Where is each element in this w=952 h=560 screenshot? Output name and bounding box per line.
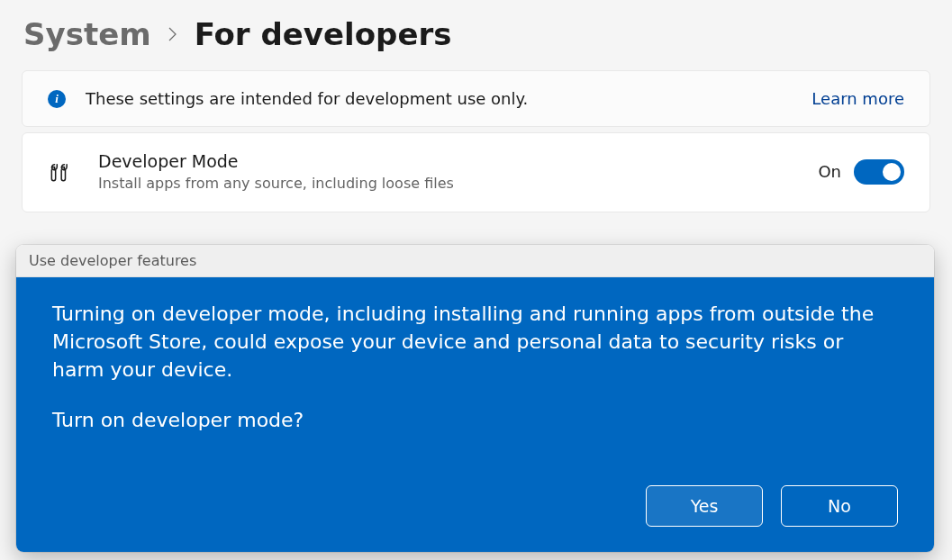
info-banner: i These settings are intended for develo… xyxy=(22,70,930,127)
no-button[interactable]: No xyxy=(781,485,898,527)
breadcrumb: System For developers xyxy=(0,0,952,70)
toggle-state-label: On xyxy=(818,162,841,181)
developer-mode-toggle[interactable] xyxy=(854,159,904,185)
dialog-title: Use developer features xyxy=(16,245,934,277)
page-title: For developers xyxy=(195,16,452,52)
chevron-right-icon xyxy=(168,23,178,46)
developer-mode-card: Developer Mode Install apps from any sou… xyxy=(22,132,930,212)
dialog-question: Turn on developer mode? xyxy=(52,407,898,435)
breadcrumb-parent[interactable]: System xyxy=(23,16,151,52)
dialog-body-text: Turning on developer mode, including ins… xyxy=(52,301,898,384)
info-icon: i xyxy=(48,90,66,108)
yes-button[interactable]: Yes xyxy=(646,485,763,527)
info-banner-text: These settings are intended for developm… xyxy=(86,89,792,108)
learn-more-link[interactable]: Learn more xyxy=(811,89,904,108)
developer-mode-title: Developer Mode xyxy=(98,151,798,171)
toggle-knob xyxy=(883,163,901,181)
developer-tools-icon xyxy=(48,161,71,185)
confirmation-dialog: Use developer features Turning on develo… xyxy=(16,245,934,552)
developer-mode-subtitle: Install apps from any source, including … xyxy=(98,175,798,192)
